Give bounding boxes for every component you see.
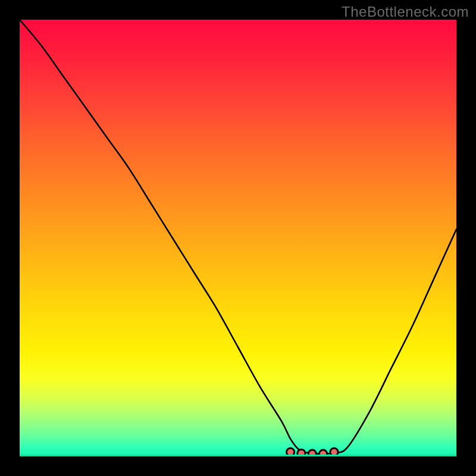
bottleneck-curve-svg — [20, 20, 456, 456]
bottleneck-curve-path — [20, 20, 456, 454]
chart-frame: TheBottleneck.com — [0, 0, 476, 476]
baseline-green — [20, 455, 456, 456]
plot-area — [20, 20, 456, 456]
watermark-text: TheBottleneck.com — [342, 4, 469, 20]
